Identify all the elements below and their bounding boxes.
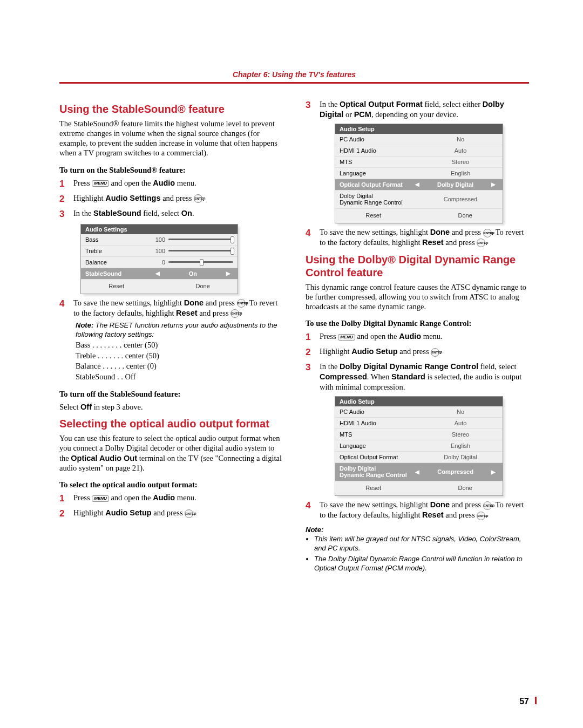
fd-treble: Treble . . . . . . . center (50) — [76, 351, 283, 362]
dolby-intro: This dynamic range control feature cause… — [306, 282, 529, 311]
step-number: 4 — [59, 298, 68, 310]
t: field, select either — [423, 100, 483, 108]
step-number: 3 — [59, 208, 68, 220]
note-item: This item will be grayed out for NTSC si… — [314, 535, 529, 553]
note-list: This item will be grayed out for NTSC si… — [308, 535, 529, 574]
fd-stable: StableSound . . Off — [76, 372, 283, 383]
t: and press — [444, 238, 477, 247]
subhead-turn-on: To turn on the StableSound® feature: — [59, 166, 283, 175]
osd-title: Audio Settings — [81, 224, 238, 234]
menu-button-icon: MENU — [92, 495, 109, 502]
step-number: 1 — [59, 178, 68, 190]
osd-row-optical: Optical Output Format ◀ Dolby Digital ▶ — [335, 179, 503, 190]
step-number: 2 — [306, 346, 314, 358]
t: and press — [161, 194, 194, 202]
osd-row: LanguageEnglish — [335, 440, 503, 452]
step-text: Press MENU and open the Audio menu. — [73, 178, 196, 188]
t: menu. — [175, 179, 196, 187]
t: menu. — [175, 493, 196, 502]
fd-balance: Balance . . . . . . center (0) — [76, 361, 283, 372]
osd-reset: Reset — [365, 212, 381, 219]
t: field, select — [478, 362, 516, 371]
t: . When — [367, 372, 391, 381]
bass-slider — [168, 239, 233, 240]
enter-button-icon: ENTER — [431, 348, 439, 357]
osd-done: Done — [458, 485, 472, 491]
enter-button-icon: ENTER — [237, 299, 246, 308]
osd-done: Done — [195, 283, 209, 289]
heading-stablesound: Using the StableSound® feature — [59, 103, 283, 115]
step-2-dolby: 2 Highlight Audio Setup and press ENTER. — [306, 346, 529, 358]
v: Auto — [423, 147, 498, 154]
osd-audio-setup-1: Audio Setup PC AudioNo HDMI 1 AudioAuto … — [335, 124, 503, 223]
t: in step 3 above. — [92, 403, 143, 411]
t: To save the new settings, highlight — [320, 500, 430, 509]
t: Press — [320, 332, 338, 341]
t: In the — [320, 100, 340, 108]
step-4-optical: 4 To save the new settings, highlight Do… — [306, 227, 529, 248]
compressed-label: Compressed — [320, 372, 367, 381]
steps-save-r: 4 To save the new settings, highlight Do… — [306, 227, 529, 248]
step-2: 2 Highlight Audio Settings and press ENT… — [59, 193, 283, 205]
t: To save the new settings, highlight — [320, 228, 430, 236]
v: On — [162, 270, 223, 277]
k: Language — [340, 170, 423, 176]
step-4-dolby: 4 To save the new settings, highlight Do… — [306, 500, 529, 520]
enter-button-icon: ENTER — [483, 229, 492, 237]
t: menu. — [421, 332, 442, 341]
step-text: To save the new settings, highlight Done… — [73, 298, 283, 318]
v: 100 — [155, 248, 165, 254]
optical-intro: You can use this feature to select the o… — [59, 433, 283, 473]
k: Optical Output Format — [340, 454, 423, 460]
menu-button-icon: MENU — [338, 334, 355, 341]
t: . — [239, 309, 241, 317]
k: Treble — [85, 248, 155, 254]
audio-setup-label: Audio Setup — [105, 508, 151, 517]
chapter-bar: Chapter 6: Using the TV's features — [59, 69, 529, 84]
osd-title: Audio Setup — [335, 124, 503, 134]
note-item: The Dolby Digital Dynamic Range Control … — [314, 555, 529, 573]
t: . — [485, 511, 487, 519]
left-arrow-icon: ◀ — [412, 181, 422, 187]
chapter-title: Chapter 6: Using the TV's features — [233, 70, 356, 79]
step-text: Highlight Audio Setup and press ENTER. — [320, 346, 442, 357]
left-arrow-icon: ◀ — [153, 270, 162, 276]
t: . — [485, 238, 487, 247]
audio-settings-label: Audio Settings — [105, 194, 160, 202]
v: English — [423, 170, 498, 176]
t: and open the — [109, 493, 153, 502]
t: , depending on your device. — [371, 110, 458, 119]
t: In the — [320, 362, 340, 371]
step-text: To save the new settings, highlight Done… — [320, 227, 529, 248]
osd-reset: Reset — [109, 283, 124, 289]
k: MTS — [340, 431, 423, 438]
left-column: Using the StableSound® feature The Stabl… — [59, 97, 283, 575]
osd-audio-settings: Audio Settings Bass 100 Treble 100 Balan… — [81, 224, 238, 294]
t: . — [193, 508, 195, 517]
osd-row: MTSStereo — [335, 429, 503, 440]
reset-label: Reset — [176, 309, 198, 317]
note-label: Note: — [76, 321, 93, 329]
treble-slider — [168, 250, 233, 251]
balance-slider — [168, 261, 233, 263]
t: Highlight — [73, 508, 105, 517]
done-label: Done — [184, 298, 204, 307]
step-text: Press MENU and open the Audio menu. — [320, 331, 443, 342]
note-label: Note: — [306, 526, 529, 535]
audio-setup-label: Audio Setup — [351, 347, 397, 356]
v: 0 — [162, 259, 165, 266]
k: HDMI 1 Audio — [340, 147, 423, 154]
k: Optical Output Format — [340, 181, 412, 188]
step-number: 1 — [59, 493, 68, 505]
step-text: In the StableSound field, select On. — [73, 208, 194, 219]
right-arrow-icon: ▶ — [489, 469, 498, 475]
osd-row: Dolby Digital Dynamic Range ControlCompr… — [335, 190, 503, 209]
osd-reset: Reset — [365, 485, 381, 491]
t: or — [343, 110, 354, 119]
k: Dolby Digital Dynamic Range Control — [340, 465, 412, 479]
osd-actions: Reset Done — [335, 209, 503, 223]
step-text: In the Dolby Digital Dynamic Range Contr… — [320, 362, 529, 392]
step-1-optical: 1 Press MENU and open the Audio menu. — [59, 493, 283, 505]
osd-row-bass: Bass 100 — [81, 234, 238, 246]
heading-optical: Selecting the optical audio output forma… — [59, 417, 283, 430]
